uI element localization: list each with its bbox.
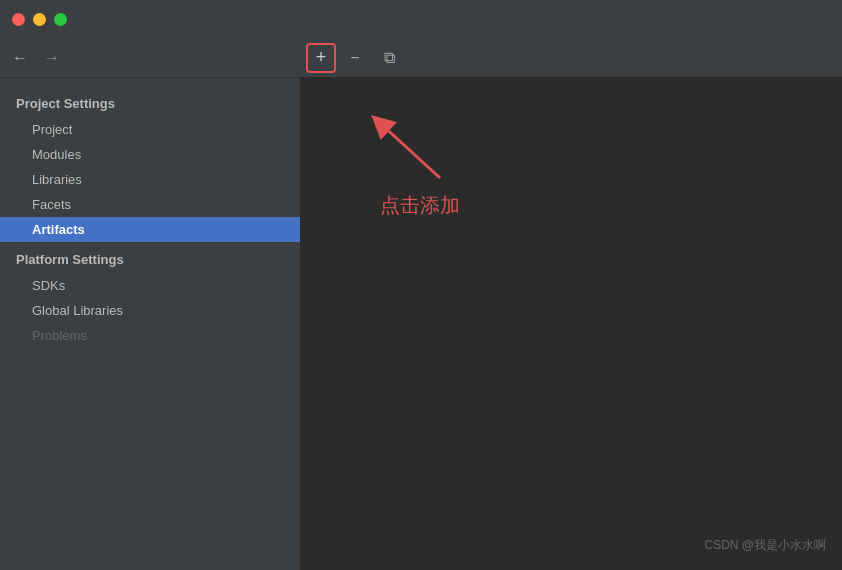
sidebar-item-sdks[interactable]: SDKs <box>0 273 300 298</box>
title-bar <box>0 0 842 38</box>
sidebar-item-problems[interactable]: Problems <box>0 323 300 348</box>
forward-arrow-icon[interactable]: → <box>44 49 60 67</box>
traffic-lights <box>12 13 67 26</box>
sidebar-content: Project Settings Project Modules Librari… <box>0 78 300 570</box>
annotation-container: 点击添加 <box>360 108 460 219</box>
svg-line-1 <box>380 123 440 178</box>
arrow-icon <box>360 108 460 188</box>
project-settings-header: Project Settings <box>0 90 300 117</box>
platform-settings-header: Platform Settings <box>0 246 300 273</box>
sidebar: ← → Project Settings Project Modules Lib… <box>0 38 300 570</box>
sidebar-item-modules[interactable]: Modules <box>0 142 300 167</box>
content-area: + − ⧉ 点击添加 CSDN @我是小水水啊 <box>300 38 842 570</box>
sidebar-item-libraries[interactable]: Libraries <box>0 167 300 192</box>
sidebar-item-project[interactable]: Project <box>0 117 300 142</box>
main-layout: ← → Project Settings Project Modules Lib… <box>0 38 842 570</box>
content-toolbar: + − ⧉ <box>300 38 842 78</box>
watermark: CSDN @我是小水水啊 <box>704 537 826 554</box>
close-button[interactable] <box>12 13 25 26</box>
content-main: 点击添加 CSDN @我是小水水啊 <box>300 78 842 570</box>
remove-artifact-button[interactable]: − <box>340 43 370 73</box>
annotation-text: 点击添加 <box>380 192 460 219</box>
back-arrow-icon[interactable]: ← <box>12 49 28 67</box>
minimize-button[interactable] <box>33 13 46 26</box>
sidebar-item-global-libraries[interactable]: Global Libraries <box>0 298 300 323</box>
sidebar-item-artifacts[interactable]: Artifacts <box>0 217 300 242</box>
copy-artifact-button[interactable]: ⧉ <box>374 43 404 73</box>
sidebar-item-facets[interactable]: Facets <box>0 192 300 217</box>
add-artifact-button[interactable]: + <box>306 43 336 73</box>
maximize-button[interactable] <box>54 13 67 26</box>
sidebar-nav: ← → <box>0 38 300 78</box>
